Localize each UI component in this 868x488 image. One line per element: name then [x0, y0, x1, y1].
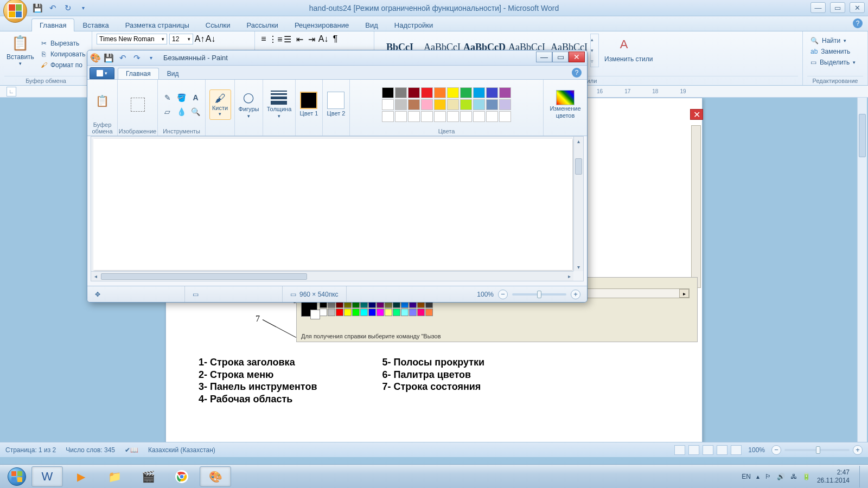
palette-swatch[interactable] — [447, 87, 459, 98]
numbering-icon[interactable]: ⋮≡ — [271, 35, 280, 43]
ruler-tab-selector[interactable]: ∟ — [7, 87, 16, 97]
office-button[interactable] — [3, 0, 27, 23]
find-button[interactable]: 🔍Найти▾ — [810, 37, 860, 44]
styles-scroll[interactable]: ▴▾▿ — [590, 34, 599, 67]
palette-swatch[interactable] — [447, 99, 459, 110]
paint-horizontal-scrollbar[interactable]: ◂▸ — [91, 271, 573, 281]
paint-zoom-out-button[interactable]: − — [498, 290, 508, 299]
save-icon[interactable]: 💾 — [33, 3, 42, 13]
tray-volume-icon[interactable]: 🔊 — [777, 473, 785, 480]
zoom-in-button[interactable]: + — [853, 445, 863, 455]
taskbar-media[interactable]: ▶ — [65, 466, 97, 487]
palette-swatch[interactable] — [486, 87, 498, 98]
edit-colors-button[interactable]: Изменение цветов — [547, 90, 584, 118]
taskbar-chrome[interactable] — [166, 466, 197, 487]
pilcrow-icon[interactable]: ¶ — [331, 35, 340, 43]
tray-show-hidden-icon[interactable]: ▴ — [756, 473, 760, 480]
palette-swatch[interactable] — [395, 87, 407, 98]
paint-titlebar[interactable]: 🎨 💾 ↶ ↷ ▾ Безымянный - Paint — ▭ ✕ — [87, 50, 587, 66]
paint-help-icon[interactable]: ? — [572, 68, 582, 78]
paint-tab-home[interactable]: Главная — [118, 68, 159, 79]
grow-font-icon[interactable]: A↑ — [195, 35, 204, 43]
palette-swatch[interactable] — [460, 99, 472, 110]
shapes-button[interactable]: ◯Фигуры▾ — [239, 91, 259, 119]
view-full-reading[interactable] — [688, 445, 699, 455]
status-page[interactable]: Страница: 1 из 2 — [5, 446, 56, 454]
tab-review[interactable]: Рецензирование — [286, 18, 357, 31]
paint-vertical-scrollbar[interactable]: ▴ ▾ — [573, 137, 583, 271]
palette-swatch[interactable] — [434, 87, 446, 98]
picker-tool[interactable]: 💧 — [175, 105, 188, 118]
tab-home[interactable]: Главная — [31, 18, 74, 31]
show-desktop-button[interactable] — [859, 466, 865, 487]
palette-empty-swatch[interactable] — [473, 111, 485, 122]
paint-paste-button[interactable]: 📋 — [95, 94, 110, 108]
paint-minimize-button[interactable]: — — [536, 52, 552, 62]
palette-empty-swatch[interactable] — [421, 111, 433, 122]
redo-icon[interactable]: ↻ — [63, 3, 73, 13]
brushes-button[interactable]: 🖌Кисти▾ — [209, 89, 231, 120]
tray-clock[interactable]: 2:47 26.11.2014 — [817, 468, 850, 484]
tab-view[interactable]: Вид — [357, 18, 386, 31]
status-language[interactable]: Казахский (Казахстан) — [148, 446, 215, 454]
palette-empty-swatch[interactable] — [486, 111, 498, 122]
paint-undo-icon[interactable]: ↶ — [118, 53, 127, 63]
paste-button[interactable]: 📋 Вставить ▾ — [4, 34, 36, 75]
palette-swatch[interactable] — [421, 87, 433, 98]
text-tool[interactable]: A — [189, 91, 202, 104]
select-button[interactable]: ▭Выделить▾ — [810, 59, 860, 66]
palette-swatch[interactable] — [382, 87, 394, 98]
palette-swatch[interactable] — [408, 87, 420, 98]
zoom-percent[interactable]: 100% — [748, 446, 765, 454]
view-draft[interactable] — [731, 445, 742, 455]
palette-empty-swatch[interactable] — [499, 111, 511, 122]
tab-references[interactable]: Ссылки — [197, 18, 239, 31]
view-outline[interactable] — [717, 445, 727, 455]
tab-addins[interactable]: Надстройки — [386, 18, 441, 31]
change-styles-button[interactable]: A Изменить стили — [602, 36, 655, 64]
view-print-layout[interactable] — [674, 445, 685, 455]
palette-swatch[interactable] — [499, 99, 511, 110]
tab-insert[interactable]: Вставка — [74, 18, 117, 31]
taskbar-video[interactable]: 🎬 — [132, 466, 164, 487]
minimize-button[interactable]: — — [810, 2, 826, 13]
paint-maximize-button[interactable]: ▭ — [552, 52, 569, 62]
paint-tab-view[interactable]: Вид — [159, 68, 187, 79]
paint-file-menu[interactable]: ▾ — [90, 67, 114, 79]
magnifier-tool[interactable]: 🔍 — [189, 105, 202, 118]
indent-dec-icon[interactable]: ⇤ — [295, 35, 304, 43]
palette-swatch[interactable] — [408, 99, 420, 110]
tab-layout[interactable]: Разметка страницы — [117, 18, 197, 31]
replace-button[interactable]: abЗаменить — [810, 48, 860, 55]
paint-redo-icon[interactable]: ↷ — [132, 53, 142, 63]
view-web[interactable] — [703, 445, 713, 455]
paint-save-icon[interactable]: 💾 — [104, 53, 113, 63]
sort-icon[interactable]: A↓ — [319, 35, 328, 43]
palette-empty-swatch[interactable] — [434, 111, 446, 122]
paint-zoom-in-button[interactable]: + — [571, 290, 580, 299]
format-painter-button[interactable]: 🖌Формат по — [40, 61, 86, 69]
color2-button[interactable]: Цвет 2 — [327, 92, 346, 117]
zoom-out-button[interactable]: − — [771, 445, 781, 455]
palette-swatch[interactable] — [499, 87, 511, 98]
maximize-button[interactable]: ▭ — [830, 2, 845, 13]
font-size-select[interactable]: 12▾ — [169, 34, 193, 44]
pencil-tool[interactable]: ✎ — [161, 91, 174, 104]
indent-inc-icon[interactable]: ⇥ — [307, 35, 316, 43]
thickness-button[interactable]: Толщина▾ — [267, 91, 292, 119]
tray-power-icon[interactable]: 🔋 — [802, 473, 810, 480]
palette-swatch[interactable] — [460, 87, 472, 98]
tab-mailings[interactable]: Рассылки — [239, 18, 286, 31]
palette-empty-swatch[interactable] — [382, 111, 394, 122]
paint-close-button[interactable]: ✕ — [569, 52, 585, 62]
palette-swatch[interactable] — [473, 99, 485, 110]
cut-button[interactable]: ✂Вырезать — [40, 39, 86, 48]
zoom-slider[interactable] — [784, 449, 850, 451]
help-icon[interactable]: ? — [853, 18, 863, 28]
palette-empty-swatch[interactable] — [408, 111, 420, 122]
undo-icon[interactable]: ↶ — [48, 3, 58, 13]
eraser-tool[interactable]: ▱ — [161, 105, 174, 118]
palette-swatch[interactable] — [421, 99, 433, 110]
taskbar-explorer[interactable]: 📁 — [99, 466, 130, 487]
paint-canvas[interactable] — [93, 139, 572, 270]
